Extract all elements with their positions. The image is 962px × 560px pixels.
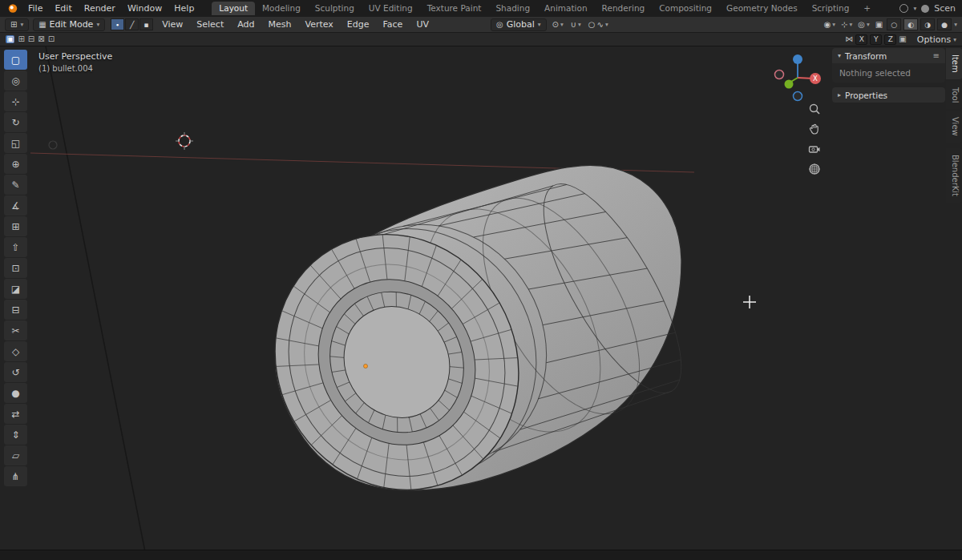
pan-button[interactable]	[805, 120, 824, 138]
menu-edge[interactable]: Edge	[342, 18, 374, 31]
mirror-x-toggle[interactable]: X	[855, 34, 867, 45]
mirror-z-toggle[interactable]: Z	[884, 34, 896, 45]
workspace-tab-compositing[interactable]: Compositing	[652, 2, 719, 16]
workspace-tab-texture-paint[interactable]: Texture Paint	[420, 2, 489, 16]
scene-icon	[921, 5, 929, 13]
workspace-tab-rendering[interactable]: Rendering	[595, 2, 653, 16]
tool-knife[interactable]: ✂	[4, 320, 27, 340]
select-mode-subtract-icon[interactable]: ⊟	[28, 35, 34, 43]
tool-bevel[interactable]: ◪	[4, 279, 27, 299]
menu-edit[interactable]: Edit	[49, 2, 77, 15]
zoom-button[interactable]	[805, 100, 824, 118]
select-mode-set-icon[interactable]: ▣	[6, 35, 14, 43]
proportional-edit-button[interactable]: ○ ∿ ▾	[587, 21, 610, 29]
overlays-icon: ◎	[858, 21, 865, 29]
tool-move[interactable]: ⊹	[4, 91, 27, 111]
workspace-tab-geometry-nodes[interactable]: Geometry Nodes	[719, 2, 805, 16]
workspace-tab-uv-editing[interactable]: UV Editing	[362, 2, 420, 16]
tool-measure[interactable]: ∡	[4, 195, 27, 216]
chevron-down-icon: ▾	[578, 21, 581, 28]
options-dropdown[interactable]: Options ▾	[917, 34, 956, 45]
tool-shear[interactable]: ▱	[4, 445, 27, 465]
workspace-tab-shading[interactable]: Shading	[488, 2, 537, 16]
vertex-select-button[interactable]: ∙	[111, 18, 124, 30]
properties-panel-header[interactable]: ▸ Properties	[832, 87, 945, 103]
nav-gizmo[interactable]: X	[768, 48, 827, 107]
tool-edge-slide[interactable]: ⇄	[4, 404, 27, 424]
tool-transform[interactable]: ⊕	[4, 154, 27, 174]
visibility-button[interactable]: ◉ ▾	[823, 21, 838, 29]
tool-extrude-region[interactable]: ⇧	[4, 237, 27, 257]
tool-select-box[interactable]: ▢	[4, 50, 27, 70]
blender-logo-icon[interactable]	[6, 3, 18, 14]
workspace-tab-scripting[interactable]: Scripting	[805, 2, 857, 16]
menu-file[interactable]: File	[22, 2, 48, 15]
workspace-tab-modeling[interactable]: Modeling	[255, 2, 308, 16]
workspace-tab-animation[interactable]: Animation	[537, 2, 595, 16]
tool-rip-region[interactable]: ⋔	[4, 466, 27, 486]
menu-select[interactable]: Select	[192, 18, 228, 31]
menu-view[interactable]: View	[157, 18, 188, 31]
add-workspace-button[interactable]: +	[856, 2, 878, 16]
menu-help[interactable]: Help	[168, 2, 200, 15]
workspace-tab-layout[interactable]: Layout	[212, 2, 255, 16]
sidebar-tab-tool[interactable]: Tool	[946, 81, 962, 109]
menu-add[interactable]: Add	[232, 18, 259, 31]
tool-smooth[interactable]: ●	[4, 383, 27, 403]
chevron-right-icon: ▸	[838, 91, 841, 99]
tool-shrink-fatten[interactable]: ⇕	[4, 425, 27, 445]
pivot-point-button[interactable]: ⊙ ▾	[551, 21, 565, 29]
snap-toggle-button[interactable]: ∪ ▾	[569, 21, 583, 29]
sidebar-tab-blenderkit[interactable]: BlenderKit	[946, 148, 962, 203]
header-right-cluster: ◉ ▾ ⊹ ▾ ◎ ▾ ▣ ○ ◐ ◑ ● ▾	[823, 18, 957, 30]
active-object-label: (1) bullet.004	[38, 64, 112, 73]
panel-menu-icon[interactable]: ≡	[933, 51, 940, 60]
menu-face[interactable]: Face	[378, 18, 408, 31]
mirror-icon: ⋈	[845, 35, 853, 43]
tool-scale[interactable]: ◱	[4, 133, 27, 153]
workspace-tab-sculpting[interactable]: Sculpting	[308, 2, 362, 16]
tool-rotate[interactable]: ↻	[4, 112, 27, 132]
edge-select-button[interactable]: ╱	[125, 18, 139, 30]
perspective-toggle-button[interactable]	[805, 160, 824, 178]
shading-material-button[interactable]: ◑	[920, 18, 935, 30]
gizmo-z-axis	[793, 54, 802, 64]
select-mode-intersect-icon[interactable]: ⊡	[48, 35, 55, 43]
shading-solid-button[interactable]: ◐	[903, 18, 918, 30]
menu-window[interactable]: Window	[122, 2, 168, 15]
chevron-down-icon: ▾	[605, 21, 608, 28]
snap-options-icon[interactable]: ▣	[899, 35, 906, 43]
sidebar-tab-view[interactable]: View	[946, 111, 962, 143]
overlays-button[interactable]: ◎ ▾	[856, 21, 871, 29]
menu-mesh[interactable]: Mesh	[264, 18, 297, 31]
mirror-y-toggle[interactable]: Y	[870, 34, 882, 45]
tool-poly-build[interactable]: ◇	[4, 341, 27, 361]
transform-panel-header[interactable]: ▾ Transform ≡	[832, 48, 945, 63]
tool-add-cube[interactable]: ⊞	[4, 216, 27, 236]
shading-rendered-button[interactable]: ●	[937, 18, 952, 30]
tool-spin[interactable]: ↺	[4, 362, 27, 382]
scene-name[interactable]: Scen	[934, 3, 956, 14]
tool-inset-faces[interactable]: ⊡	[4, 258, 27, 278]
tool-annotate[interactable]: ✎	[4, 175, 27, 195]
extensions-icon[interactable]	[899, 4, 908, 13]
menu-vertex[interactable]: Vertex	[300, 18, 338, 31]
tool-loop-cut[interactable]: ⊟	[4, 300, 27, 320]
xray-toggle-button[interactable]: ▣	[874, 21, 884, 29]
shading-wireframe-button[interactable]: ○	[887, 18, 901, 30]
blender-window: { "topbar": { "menus": ["File", "Edit", …	[0, 0, 962, 560]
chevron-down-icon: ▾	[954, 21, 957, 28]
orientation-dropdown[interactable]: ◎ Global ▾	[491, 18, 547, 31]
sidebar-tab-item[interactable]: Item	[946, 48, 962, 79]
menu-render[interactable]: Render	[79, 2, 121, 15]
menu-uv[interactable]: UV	[411, 18, 434, 31]
camera-view-button[interactable]	[805, 140, 824, 158]
gizmos-button[interactable]: ⊹ ▾	[839, 21, 854, 29]
face-select-button[interactable]: ▪	[139, 18, 153, 30]
select-mode-invert-icon[interactable]: ⊠	[38, 35, 44, 43]
select-mode-extend-icon[interactable]: ⊞	[18, 35, 24, 43]
chevron-down-icon: ▾	[560, 21, 564, 28]
editor-type-button[interactable]: ⊞ ▾	[5, 18, 29, 31]
tool-cursor[interactable]: ◎	[4, 71, 27, 91]
mode-dropdown[interactable]: ▦ Edit Mode ▾	[33, 18, 105, 31]
